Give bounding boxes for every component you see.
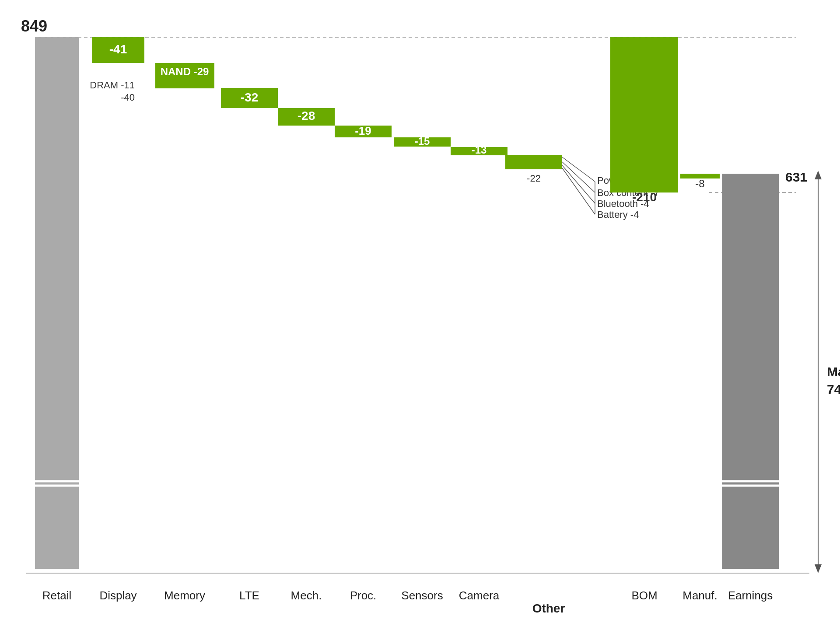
svg-text:-22: -22 xyxy=(527,173,541,184)
svg-text:-19: -19 xyxy=(355,124,371,137)
x-label-retail: Retail xyxy=(42,589,71,602)
svg-text:-41: -41 xyxy=(109,42,127,56)
svg-text:-28: -28 xyxy=(298,109,315,122)
chart-container: -41 NAND -29 DRAM -11 -40 -32 -28 -19 -1… xyxy=(0,0,840,630)
svg-text:DRAM -11: DRAM -11 xyxy=(90,80,135,91)
svg-text:-32: -32 xyxy=(241,91,258,104)
margin-pct-label: 74% xyxy=(827,382,840,396)
margin-label: Margin xyxy=(827,364,840,379)
waterfall-chart: -41 NAND -29 DRAM -11 -40 -32 -28 -19 -1… xyxy=(0,0,840,630)
svg-text:NAND -29: NAND -29 xyxy=(161,66,209,77)
svg-text:-210: -210 xyxy=(632,190,657,204)
svg-text:Battery -4: Battery -4 xyxy=(597,209,639,220)
earnings-bar xyxy=(722,174,779,569)
x-label-other: Other xyxy=(532,602,565,615)
svg-text:-40: -40 xyxy=(121,92,135,103)
x-label-sensors: Sensors xyxy=(401,589,443,602)
memory-dram-bar xyxy=(155,81,214,88)
x-label-memory: Memory xyxy=(164,589,205,602)
x-label-lte: LTE xyxy=(239,589,259,602)
other-bar-power xyxy=(505,155,562,160)
top-value-label: 849 xyxy=(21,17,47,35)
x-label-mech: Mech. xyxy=(291,589,322,602)
x-label-proc: Proc. xyxy=(350,589,377,602)
svg-text:-15: -15 xyxy=(415,135,430,147)
bom-bar xyxy=(610,37,678,192)
svg-text:-8: -8 xyxy=(695,178,704,189)
other-bar-box xyxy=(505,160,562,164)
x-label-manuf: Manuf. xyxy=(682,589,718,602)
x-label-earnings: Earnings xyxy=(728,589,773,602)
svg-text:-13: -13 xyxy=(472,144,487,156)
x-label-display: Display xyxy=(99,589,136,602)
x-label-bom: BOM xyxy=(631,589,657,602)
other-bar-battery xyxy=(505,167,562,169)
earnings-value-label: 631 xyxy=(785,170,807,184)
retail-bar xyxy=(35,37,79,569)
x-label-camera: Camera xyxy=(459,589,500,602)
other-bar-bt xyxy=(505,164,562,167)
